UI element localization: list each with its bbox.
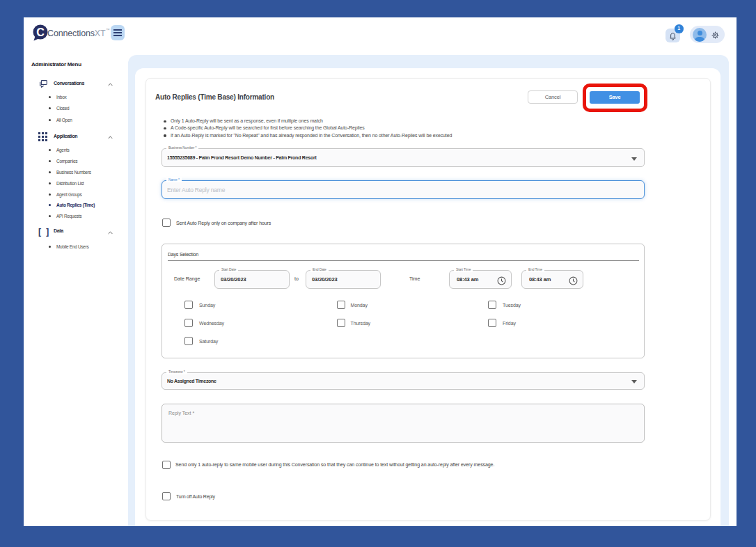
svg-text:C: C	[36, 26, 45, 38]
